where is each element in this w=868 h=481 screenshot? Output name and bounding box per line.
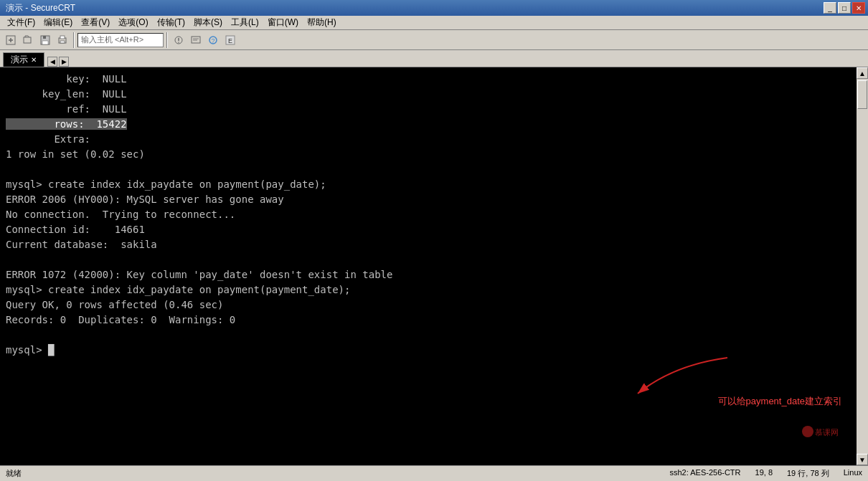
menu-tools[interactable]: 工具(L) — [227, 16, 263, 29]
scroll-track[interactable] — [857, 79, 868, 454]
svg-text:?: ? — [211, 37, 214, 44]
tab-label: 演示 — [11, 54, 28, 66]
annotation-arrow — [616, 351, 731, 401]
scroll-thumb[interactable] — [857, 80, 867, 109]
status-bar: 就绪 ssh2: AES-256-CTR 19, 8 19 行, 78 列 Li… — [0, 465, 868, 481]
toolbar-btn-5[interactable]: ? — [205, 32, 221, 48]
svg-text:E: E — [228, 37, 232, 44]
tab-prev-arrow[interactable]: ◀ — [47, 57, 57, 67]
terminal-output: key: NULL key_len: NULL ref: NULL rows: … — [6, 72, 851, 358]
toolbar-sep-2 — [166, 32, 168, 48]
menu-file[interactable]: 文件(F) — [3, 16, 39, 29]
window-controls: _ □ ✕ — [824, 2, 865, 14]
close-button[interactable]: ✕ — [852, 2, 865, 14]
tab-next-arrow[interactable]: ▶ — [59, 57, 69, 67]
status-ready: 就绪 — [6, 468, 22, 479]
annotation-container: 可以给payment_date建立索引 — [718, 395, 842, 408]
menu-window[interactable]: 窗口(W) — [263, 16, 303, 29]
host-input-box: 输入主机 <Alt+R> — [77, 33, 164, 47]
status-rowcol: 19 行, 78 列 — [787, 468, 829, 479]
svg-rect-8 — [60, 36, 65, 39]
minimize-button[interactable]: _ — [824, 2, 836, 14]
svg-rect-6 — [42, 41, 48, 44]
title-bar: 演示 - SecureCRT _ □ ✕ — [0, 0, 868, 16]
menu-bar: 文件(F) 编辑(E) 查看(V) 选项(O) 传输(T) 脚本(S) 工具(L… — [0, 16, 868, 30]
scroll-up-arrow[interactable]: ▲ — [857, 67, 868, 79]
toolbar-print-btn[interactable] — [55, 32, 70, 48]
status-right-group: ssh2: AES-256-CTR 19, 8 19 行, 78 列 Linux — [669, 468, 862, 479]
svg-rect-5 — [43, 36, 46, 39]
menu-edit[interactable]: 编辑(E) — [39, 16, 77, 29]
host-input-label: 输入主机 <Alt+R> — [81, 34, 143, 45]
menu-transfer[interactable]: 传输(T) — [153, 16, 189, 29]
scrollbar-vertical[interactable]: ▲ ▼ — [857, 67, 868, 465]
status-ssh: ssh2: AES-256-CTR — [669, 468, 740, 479]
svg-point-21 — [802, 426, 813, 437]
status-os: Linux — [844, 468, 862, 479]
tab-bar: 演示 ✕ ◀ ▶ — [0, 50, 868, 67]
toolbar-save-btn[interactable] — [37, 32, 53, 48]
tab-close-btn[interactable]: ✕ — [31, 56, 37, 64]
window-title: 演示 - SecureCRT — [3, 2, 75, 14]
main-area: key: NULL key_len: NULL ref: NULL rows: … — [0, 67, 868, 465]
maximize-button[interactable]: □ — [838, 2, 851, 14]
svg-rect-3 — [24, 37, 31, 43]
menu-options[interactable]: 选项(O) — [114, 16, 152, 29]
toolbar-btn-3[interactable] — [171, 32, 187, 48]
menu-script[interactable]: 脚本(S) — [189, 16, 227, 29]
svg-text:慕课网: 慕课网 — [815, 428, 839, 437]
tab-nav-arrows: ◀ ▶ — [47, 57, 69, 67]
menu-view[interactable]: 查看(V) — [77, 16, 114, 29]
tab-demo[interactable]: 演示 ✕ — [3, 52, 44, 67]
toolbar-btn-4[interactable] — [188, 32, 204, 48]
logo-watermark: 慕课网 — [801, 421, 844, 445]
toolbar-open-btn[interactable] — [20, 32, 36, 48]
svg-rect-13 — [192, 37, 200, 43]
annotation-text: 可以给payment_date建立索引 — [718, 396, 842, 406]
toolbar-sep-1 — [73, 32, 75, 48]
toolbar-new-btn[interactable] — [3, 32, 19, 48]
svg-rect-9 — [60, 41, 65, 43]
toolbar: 输入主机 <Alt+R> ? E — [0, 30, 868, 50]
menu-help[interactable]: 帮助(H) — [303, 16, 341, 29]
toolbar-btn-6[interactable]: E — [222, 32, 238, 48]
svg-point-12 — [178, 42, 179, 43]
terminal[interactable]: key: NULL key_len: NULL ref: NULL rows: … — [0, 67, 857, 465]
scroll-down-arrow[interactable]: ▼ — [857, 454, 868, 465]
status-position: 19, 8 — [755, 468, 773, 479]
